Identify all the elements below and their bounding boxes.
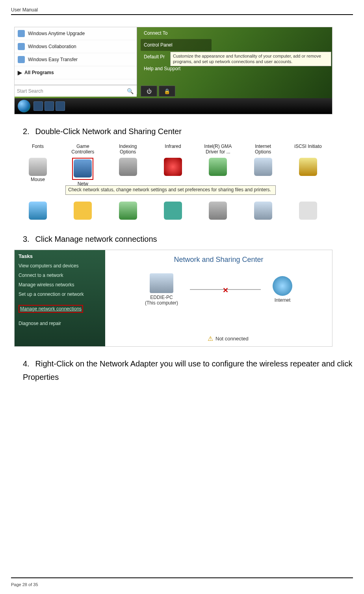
pc-sub: (This computer) <box>145 300 178 306</box>
step-text: Double-Click Network and Sharing Center <box>35 127 182 136</box>
pc-name: EDDIE-PC <box>145 295 178 300</box>
cp-icon <box>299 158 317 176</box>
step-2: 2. Double-Click Network and Sharing Cent… <box>23 125 353 138</box>
taskbar-button[interactable] <box>33 101 43 111</box>
lock-button[interactable]: 🔒 <box>159 86 175 97</box>
warning-icon: ⚠ <box>208 335 213 342</box>
cp-icon <box>164 202 182 220</box>
power-button[interactable]: ⏻ <box>141 86 157 97</box>
app-icon <box>18 30 25 37</box>
header-rule <box>11 14 353 15</box>
cp-icon <box>119 158 137 176</box>
sidebar-link[interactable]: Diagnose and repair <box>19 321 101 326</box>
cp-icon <box>254 202 272 220</box>
sidebar-link[interactable]: Set up a connection or network <box>19 291 101 297</box>
step-text: Right-Click on the Network Adapter you w… <box>23 359 352 381</box>
nsc-title: Network and Sharing Center <box>113 256 324 264</box>
step-number: 3. <box>23 232 33 246</box>
right-item[interactable]: Connect To <box>141 27 212 39</box>
not-connected-status: ⚠ Not connected <box>208 335 249 342</box>
cp-item[interactable] <box>153 158 193 187</box>
cp-icon-row <box>14 200 332 222</box>
cp-item[interactable] <box>198 202 238 220</box>
internet-node: Internet <box>273 276 292 303</box>
cp-icon <box>209 158 227 176</box>
program-label: Windows Anytime Upgrade <box>28 31 85 36</box>
right-item-control-panel[interactable]: Control Panel <box>141 39 212 51</box>
footer-rule <box>11 577 353 578</box>
program-label: Windows Easy Transfer <box>28 57 78 62</box>
internet-label: Internet <box>273 297 292 303</box>
cp-item[interactable] <box>243 202 283 220</box>
program-label: All Programs <box>24 70 54 75</box>
cp-item[interactable] <box>288 158 328 187</box>
cp-item[interactable] <box>198 158 238 187</box>
cp-icon-row: Mouse Netw <box>14 156 332 188</box>
nsc-main: Network and Sharing Center EDDIE-PC (Thi… <box>105 250 332 346</box>
tooltip: Check network status, change network set… <box>65 185 276 195</box>
start-search[interactable]: Start Search 🔍 <box>15 85 137 97</box>
taskbar-button[interactable] <box>45 101 54 111</box>
cp-item[interactable] <box>288 202 328 220</box>
cp-item[interactable] <box>108 158 148 187</box>
program-item[interactable]: Windows Anytime Upgrade <box>15 27 137 40</box>
search-icon: 🔍 <box>127 88 134 94</box>
cp-item[interactable]: InternetOptions <box>243 144 283 155</box>
program-item[interactable]: Windows Easy Transfer <box>15 53 137 66</box>
cp-item[interactable] <box>243 158 283 187</box>
start-right-panel: Connect To Control Panel Default Pr Help… <box>141 27 212 75</box>
all-programs[interactable]: ▶ All Programs <box>15 66 137 79</box>
cp-item[interactable] <box>153 202 193 220</box>
cp-item[interactable]: Fonts <box>18 144 58 155</box>
tasks-sidebar: Tasks View computers and devices Connect… <box>15 250 105 346</box>
screenshot-control-panel: Fonts GameControllers IndexingOptions In… <box>14 142 332 222</box>
sidebar-link[interactable]: View computers and devices <box>19 263 101 269</box>
start-orb-icon[interactable] <box>18 100 30 112</box>
cp-icon <box>254 158 272 176</box>
step-number: 2. <box>23 125 33 138</box>
cp-icon <box>119 202 137 220</box>
screenshot-network-sharing-center: Tasks View computers and devices Connect… <box>14 250 332 347</box>
cp-item[interactable]: Infrared <box>153 144 193 155</box>
cp-item[interactable]: Mouse <box>18 158 58 187</box>
power-buttons: ⏻ 🔒 <box>141 86 175 97</box>
computer-icon <box>150 273 173 293</box>
program-label: Windows Collaboration <box>28 44 76 49</box>
chevron-right-icon: ▶ <box>18 69 22 76</box>
cp-icon <box>29 202 47 220</box>
pc-node: EDDIE-PC (This computer) <box>145 273 178 306</box>
network-diagram: EDDIE-PC (This computer) ✕ Internet <box>113 273 324 306</box>
cp-item[interactable] <box>63 202 102 220</box>
sidebar-link-manage-connections[interactable]: Manage network connections <box>19 305 83 313</box>
disconnected-icon: ✕ <box>223 286 228 295</box>
step-3: 3. Click Manage network connections <box>23 232 353 246</box>
page-number: Page 28 of 35 <box>11 582 38 587</box>
cp-label-row: Fonts GameControllers IndexingOptions In… <box>14 142 332 156</box>
taskbar-button[interactable] <box>56 101 65 111</box>
step-4: 4. Right-Click on the Network Adapter yo… <box>23 357 353 384</box>
mouse-icon <box>29 158 47 176</box>
step-number: 4. <box>23 357 33 370</box>
step-text: Click Manage network connections <box>35 235 157 243</box>
cp-item-network-sharing[interactable]: Netw <box>63 158 102 187</box>
cp-item[interactable]: Intel(R) GMADriver for ... <box>198 144 238 155</box>
cp-item[interactable]: IndexingOptions <box>108 144 148 155</box>
cp-item[interactable] <box>108 202 148 220</box>
cp-icon <box>209 202 227 220</box>
cp-item[interactable]: GameControllers <box>63 144 102 155</box>
search-placeholder: Start Search <box>17 88 43 94</box>
sidebar-link[interactable]: Connect to a network <box>19 273 101 278</box>
screenshot-start-menu: Windows Anytime Upgrade Windows Collabor… <box>14 27 332 114</box>
status-text: Not connected <box>215 336 249 342</box>
start-left-panel: Windows Anytime Upgrade Windows Collabor… <box>15 27 137 94</box>
program-item[interactable]: Windows Collaboration <box>15 40 137 53</box>
cp-item[interactable] <box>18 202 58 220</box>
app-icon <box>18 56 25 63</box>
cp-item[interactable]: iSCSI Initiato <box>288 144 328 155</box>
globe-icon <box>273 276 292 296</box>
cp-icon <box>74 202 92 220</box>
app-icon <box>18 43 25 50</box>
sidebar-link[interactable]: Manage wireless networks <box>19 282 101 288</box>
taskbar <box>15 98 332 114</box>
sidebar-heading: Tasks <box>19 253 101 259</box>
